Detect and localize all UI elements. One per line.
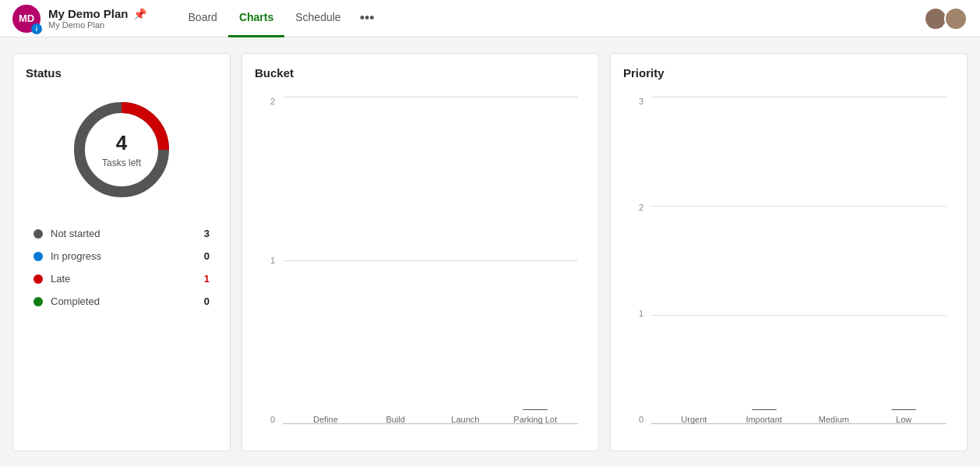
in-progress-dot — [33, 252, 43, 261]
donut-chart: 4 Tasks left — [67, 95, 176, 204]
app-header: MD i My Demo Plan 📌 My Demo Plan Board C… — [0, 0, 980, 37]
bar-parking — [523, 409, 548, 410]
bucket-y1-label: 1 — [270, 256, 275, 265]
tab-board[interactable]: Board — [178, 0, 228, 37]
completed-count: 0 — [204, 295, 210, 307]
legend-item-not-started: Not started 3 — [33, 228, 210, 239]
late-count: 1 — [204, 273, 210, 285]
header-right — [924, 7, 968, 30]
not-started-label: Not started — [51, 228, 204, 239]
bucket-card: Bucket 2 1 0 — [241, 53, 599, 451]
svg-point-0 — [932, 12, 939, 20]
in-progress-count: 0 — [204, 250, 210, 262]
priority-title: Priority — [623, 66, 954, 80]
priority-y1-label: 1 — [639, 309, 643, 318]
bucket-bar-define: Define — [291, 410, 361, 424]
svg-point-2 — [952, 12, 960, 20]
legend-item-in-progress: In progress 0 — [33, 250, 210, 262]
bar-low — [891, 409, 916, 410]
bar-important — [752, 409, 777, 410]
priority-y2-label: 2 — [639, 203, 643, 212]
priority-chart: 3 2 1 0 — [623, 89, 954, 448]
priority-y3-label: 3 — [639, 97, 643, 106]
priority-bar-urgent: Urgent — [659, 410, 729, 424]
bucket-bar-launch: Launch — [431, 410, 501, 424]
svg-point-3 — [949, 21, 962, 30]
plan-subtitle: My Demo Plan — [48, 20, 146, 30]
bucket-bar-build: Build — [361, 410, 431, 424]
late-label: Late — [51, 273, 204, 285]
legend-item-completed: Completed 0 — [33, 295, 210, 307]
priority-bar-medium: Medium — [799, 410, 869, 424]
legend-item-late: Late 1 — [33, 273, 210, 285]
tab-schedule[interactable]: Schedule — [284, 0, 351, 37]
bucket-y2-label: 2 — [270, 97, 275, 106]
not-started-dot — [33, 229, 43, 239]
priority-card: Priority 3 2 1 0 — [610, 53, 968, 451]
user-avatar-2[interactable] — [944, 7, 968, 30]
priority-bar-low: Low — [869, 409, 939, 424]
priority-bar-important: Important — [729, 409, 799, 424]
donut-container: 4 Tasks left — [26, 95, 217, 204]
info-badge: i — [31, 23, 42, 34]
bar-define-label: Define — [313, 415, 338, 424]
status-title: Status — [26, 66, 217, 80]
bar-medium-label: Medium — [819, 415, 849, 424]
completed-label: Completed — [51, 295, 204, 307]
plan-title: My Demo Plan — [48, 7, 129, 20]
completed-dot — [33, 297, 43, 306]
donut-center: 4 Tasks left — [102, 131, 141, 169]
svg-point-1 — [929, 21, 942, 30]
plan-info: My Demo Plan 📌 My Demo Plan — [48, 7, 146, 30]
in-progress-label: In progress — [51, 250, 204, 262]
more-options-button[interactable]: ••• — [352, 10, 382, 27]
bucket-chart: 2 1 0 Define — [255, 89, 586, 448]
bucket-title: Bucket — [255, 66, 586, 80]
bucket-bar-parking: Parking Lot — [500, 409, 570, 424]
bar-build-label: Build — [386, 415, 404, 424]
status-card: Status 4 Tasks left Not started — [12, 53, 231, 451]
status-legend: Not started 3 In progress 0 Late 1 Compl… — [26, 228, 217, 307]
late-dot — [33, 274, 43, 284]
tasks-count: 4 — [102, 131, 141, 155]
bar-important-label: Important — [746, 415, 781, 424]
not-started-count: 3 — [204, 228, 210, 239]
bar-low-label: Low — [896, 415, 911, 424]
nav-tabs: Board Charts Schedule ••• — [178, 0, 382, 37]
plan-avatar: MD i — [12, 5, 41, 33]
tab-charts[interactable]: Charts — [228, 0, 284, 37]
main-content: Status 4 Tasks left Not started — [0, 37, 980, 467]
pin-icon[interactable]: 📌 — [133, 8, 146, 20]
bar-launch-label: Launch — [451, 415, 479, 424]
bar-urgent-label: Urgent — [681, 415, 707, 424]
bucket-y0-label: 0 — [270, 415, 275, 424]
bar-parking-label: Parking Lot — [513, 415, 557, 424]
tasks-label: Tasks left — [102, 157, 141, 168]
priority-y0-label: 0 — [639, 415, 643, 424]
